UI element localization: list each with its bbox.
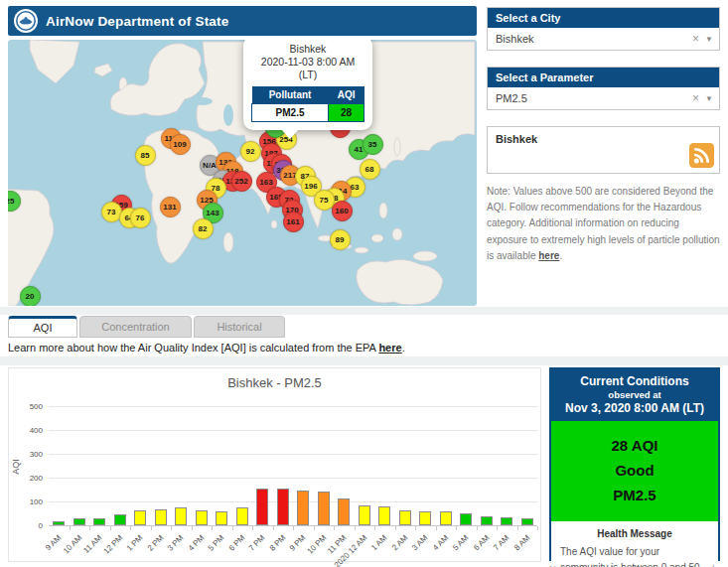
- gridline: [49, 430, 537, 431]
- chart-bar[interactable]: [318, 492, 330, 525]
- aqi-map-marker[interactable]: 89: [330, 229, 351, 250]
- x-tick-mark: [70, 526, 71, 530]
- sidebar-note-text: Note: Values above 500 are considered Be…: [487, 186, 720, 261]
- gridline: [49, 454, 537, 455]
- divider-strip-top: [0, 307, 728, 315]
- chart-bar[interactable]: [297, 491, 309, 525]
- chart-bar[interactable]: [73, 518, 85, 525]
- sidebar-note-link[interactable]: here: [538, 250, 559, 261]
- aqi-map-marker[interactable]: 75: [314, 190, 335, 211]
- x-tick-mark: [374, 526, 375, 530]
- chart-bar[interactable]: [460, 513, 472, 525]
- x-tick-mark: [232, 526, 233, 530]
- aqi-map-marker[interactable]: 252: [231, 171, 252, 192]
- city-panel: Select a City Bishkek × ▼: [487, 7, 720, 51]
- city-panel-title: Select a City: [488, 8, 719, 28]
- aqi-map-marker[interactable]: 131: [160, 197, 181, 217]
- chart-bar[interactable]: [501, 517, 512, 525]
- chart-bar[interactable]: [338, 498, 350, 525]
- chart-bar[interactable]: [114, 514, 126, 525]
- aqi-map-marker[interactable]: 160: [332, 201, 353, 221]
- chart-bar[interactable]: [216, 511, 227, 525]
- aqi-map-marker[interactable]: 20: [20, 286, 41, 307]
- divider-strip-bottom: [0, 356, 728, 365]
- chart-bar[interactable]: [277, 489, 289, 525]
- learn-more-text: Learn more about how the Air Quality Ind…: [8, 342, 405, 354]
- y-tick-label: 500: [9, 402, 43, 411]
- chart-bar[interactable]: [53, 521, 65, 525]
- x-tick-mark: [477, 526, 478, 530]
- rss-icon[interactable]: [689, 143, 714, 168]
- popup-pollutant-value: PM2.5: [252, 104, 329, 122]
- x-tick-mark: [89, 526, 90, 530]
- chart-bar[interactable]: [399, 510, 411, 525]
- parameter-select-value: PM2.5: [496, 92, 686, 104]
- aqi-map-marker[interactable]: 109: [170, 134, 191, 155]
- x-tick-mark: [110, 526, 111, 530]
- chart-bar[interactable]: [196, 510, 208, 525]
- current-aqi-parameter: PM2.5: [551, 484, 718, 508]
- parameter-clear-icon[interactable]: ×: [686, 91, 705, 105]
- gridline: [49, 501, 537, 502]
- page-title: AirNow Department of State: [46, 14, 228, 29]
- current-aqi-category: Good: [551, 459, 718, 484]
- y-tick-label: 100: [9, 497, 43, 506]
- city-dropdown-icon[interactable]: ▼: [705, 35, 713, 44]
- aqi-map-marker[interactable]: 82: [193, 218, 214, 239]
- tab-historical[interactable]: Historical: [194, 316, 285, 338]
- parameter-dropdown-icon[interactable]: ▼: [705, 94, 713, 103]
- state-department-seal-icon: [14, 9, 38, 33]
- popup-city: Bishkek: [251, 43, 364, 56]
- chart-bar[interactable]: [256, 489, 268, 525]
- parameter-select[interactable]: PM2.5 × ▼: [488, 87, 719, 109]
- x-tick-mark: [130, 526, 131, 530]
- aqi-map-marker[interactable]: 161: [283, 212, 304, 232]
- x-tick-mark: [171, 526, 172, 530]
- current-aqi-block: 28 AQI Good PM2.5: [551, 421, 718, 521]
- current-conditions-title: Current Conditions: [555, 374, 714, 388]
- tab-concentration[interactable]: Concentration: [79, 316, 192, 338]
- aqi-map-marker[interactable]: 85: [135, 145, 156, 166]
- tab-aqi[interactable]: AQI: [8, 316, 77, 338]
- chart-bar[interactable]: [440, 511, 452, 525]
- popup-datetime: 2020-11-03 8:00 AM: [251, 56, 364, 69]
- city-clear-icon[interactable]: ×: [686, 32, 705, 46]
- city-select[interactable]: Bishkek × ▼: [488, 28, 719, 50]
- chart-bar[interactable]: [378, 506, 390, 525]
- parameter-panel: Select a Parameter PM2.5 × ▼: [487, 67, 720, 110]
- chart-bar[interactable]: [481, 516, 493, 525]
- aqi-map-marker[interactable]: 92: [240, 141, 261, 162]
- aqi-map-marker[interactable]: 68: [360, 159, 380, 180]
- chart-bar[interactable]: [236, 507, 248, 525]
- current-aqi-value: 28 AQI: [551, 434, 718, 459]
- popup-tail: [281, 129, 299, 139]
- popup-timezone: (LT): [251, 69, 364, 81]
- chart-bar[interactable]: [134, 510, 146, 525]
- x-tick-mark: [212, 526, 213, 530]
- x-tick-mark: [192, 526, 193, 530]
- popup-col-aqi: AQI: [329, 86, 364, 104]
- learn-more-link[interactable]: here: [378, 342, 401, 354]
- world-aqi-map[interactable]: 252085118109N/A132118N/A1342527812513114…: [8, 40, 477, 306]
- chart-title: Bishkek - PM2.5: [9, 375, 540, 390]
- x-tick-mark: [395, 526, 396, 530]
- chart-bar[interactable]: [419, 511, 431, 525]
- app-header: AirNow Department of State: [8, 6, 477, 36]
- popup-aqi-value: 28: [329, 104, 364, 122]
- aqi-map-marker[interactable]: 76: [130, 208, 151, 228]
- x-tick-mark: [456, 526, 457, 530]
- map-popup: Bishkek 2020-11-03 8:00 AM (LT) Pollutan…: [243, 40, 372, 130]
- x-tick-mark: [334, 526, 335, 530]
- chart-bar[interactable]: [521, 518, 533, 525]
- current-conditions-subtitle: observed at: [555, 389, 714, 400]
- current-conditions-header: Current Conditions observed at Nov 3, 20…: [551, 369, 718, 421]
- x-tick-mark: [293, 526, 294, 530]
- chart-bar[interactable]: [359, 505, 370, 525]
- aqi-map-marker[interactable]: 35: [363, 134, 383, 155]
- chart-bar[interactable]: [175, 507, 187, 525]
- x-tick-mark: [252, 526, 253, 530]
- chart-bar[interactable]: [93, 518, 105, 525]
- popup-col-pollutant: Pollutant: [252, 86, 329, 104]
- y-tick-label: 0: [9, 521, 43, 530]
- chart-bar[interactable]: [155, 509, 167, 525]
